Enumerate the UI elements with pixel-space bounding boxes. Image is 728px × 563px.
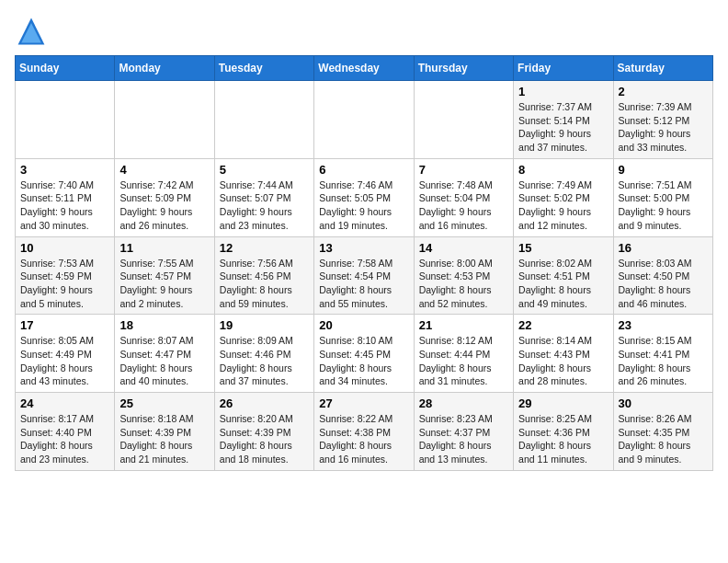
day-info: Sunrise: 8:26 AMSunset: 4:35 PMDaylight:… [619, 412, 708, 466]
calendar-cell: 10Sunrise: 7:53 AMSunset: 4:59 PMDayligh… [16, 236, 115, 315]
calendar-cell: 16Sunrise: 8:03 AMSunset: 4:50 PMDayligh… [613, 236, 712, 315]
calendar-cell [414, 81, 513, 159]
calendar-cell: 22Sunrise: 8:14 AMSunset: 4:43 PMDayligh… [514, 315, 613, 393]
day-info: Sunrise: 7:58 AMSunset: 4:54 PMDaylight:… [319, 257, 408, 311]
day-info: Sunrise: 7:48 AMSunset: 5:04 PMDaylight:… [419, 178, 508, 233]
day-number: 18 [119, 318, 209, 332]
calendar-cell: 5Sunrise: 7:44 AMSunset: 5:07 PMDaylight… [214, 158, 313, 236]
day-info: Sunrise: 8:23 AMSunset: 4:37 PMDaylight:… [419, 412, 508, 466]
calendar-week-row: 3Sunrise: 7:40 AMSunset: 5:11 PMDaylight… [16, 158, 713, 236]
day-number: 14 [419, 241, 508, 255]
day-number: 25 [119, 396, 209, 410]
calendar-week-row: 1Sunrise: 7:37 AMSunset: 5:14 PMDaylight… [16, 81, 713, 159]
day-number: 16 [619, 241, 708, 255]
calendar-cell: 17Sunrise: 8:05 AMSunset: 4:49 PMDayligh… [16, 315, 115, 393]
weekday-header: Sunday [16, 56, 115, 81]
calendar-cell: 20Sunrise: 8:10 AMSunset: 4:45 PMDayligh… [314, 315, 414, 393]
day-number: 21 [419, 318, 508, 332]
logo-icon [15, 15, 48, 48]
calendar-cell: 18Sunrise: 8:07 AMSunset: 4:47 PMDayligh… [115, 315, 214, 393]
day-info: Sunrise: 8:22 AMSunset: 4:38 PMDaylight:… [319, 412, 408, 466]
logo [15, 15, 51, 48]
day-number: 6 [319, 163, 408, 177]
day-info: Sunrise: 8:15 AMSunset: 4:41 PMDaylight:… [619, 334, 708, 388]
day-info: Sunrise: 7:44 AMSunset: 5:07 PMDaylight:… [220, 178, 309, 233]
day-number: 2 [619, 85, 708, 98]
calendar-cell: 23Sunrise: 8:15 AMSunset: 4:41 PMDayligh… [613, 315, 712, 393]
calendar-cell: 4Sunrise: 7:42 AMSunset: 5:09 PMDaylight… [115, 158, 214, 236]
day-info: Sunrise: 8:10 AMSunset: 4:45 PMDaylight:… [319, 334, 408, 388]
calendar-week-row: 17Sunrise: 8:05 AMSunset: 4:49 PMDayligh… [16, 315, 713, 393]
calendar-week-row: 10Sunrise: 7:53 AMSunset: 4:59 PMDayligh… [16, 236, 713, 315]
day-info: Sunrise: 7:46 AMSunset: 5:05 PMDaylight:… [319, 178, 408, 233]
day-info: Sunrise: 8:25 AMSunset: 4:36 PMDaylight:… [518, 412, 608, 466]
calendar-cell: 7Sunrise: 7:48 AMSunset: 5:04 PMDaylight… [414, 158, 513, 236]
weekday-header-row: SundayMondayTuesdayWednesdayThursdayFrid… [16, 56, 713, 81]
day-number: 15 [518, 241, 608, 255]
weekday-header: Tuesday [214, 56, 313, 81]
day-number: 9 [619, 163, 708, 177]
calendar-cell: 28Sunrise: 8:23 AMSunset: 4:37 PMDayligh… [414, 393, 513, 471]
day-info: Sunrise: 8:14 AMSunset: 4:43 PMDaylight:… [518, 334, 608, 388]
day-number: 10 [20, 241, 109, 255]
calendar-week-row: 24Sunrise: 8:17 AMSunset: 4:40 PMDayligh… [16, 393, 713, 471]
day-number: 12 [220, 241, 309, 255]
day-info: Sunrise: 8:09 AMSunset: 4:46 PMDaylight:… [220, 334, 309, 388]
calendar-cell: 14Sunrise: 8:00 AMSunset: 4:53 PMDayligh… [414, 236, 513, 315]
day-number: 17 [20, 318, 109, 332]
day-number: 20 [319, 318, 408, 332]
day-info: Sunrise: 7:39 AMSunset: 5:12 PMDaylight:… [619, 100, 708, 155]
weekday-header: Wednesday [314, 56, 414, 81]
day-number: 8 [518, 163, 608, 177]
calendar-cell: 19Sunrise: 8:09 AMSunset: 4:46 PMDayligh… [214, 315, 313, 393]
day-info: Sunrise: 7:42 AMSunset: 5:09 PMDaylight:… [119, 178, 209, 233]
calendar-cell: 12Sunrise: 7:56 AMSunset: 4:56 PMDayligh… [214, 236, 313, 315]
day-info: Sunrise: 8:18 AMSunset: 4:39 PMDaylight:… [119, 412, 209, 466]
calendar-cell: 13Sunrise: 7:58 AMSunset: 4:54 PMDayligh… [314, 236, 414, 315]
day-info: Sunrise: 8:07 AMSunset: 4:47 PMDaylight:… [119, 334, 209, 388]
day-number: 3 [20, 163, 109, 177]
day-info: Sunrise: 8:02 AMSunset: 4:51 PMDaylight:… [518, 257, 608, 311]
calendar-cell: 8Sunrise: 7:49 AMSunset: 5:02 PMDaylight… [514, 158, 613, 236]
header [15, 15, 713, 48]
calendar-cell: 30Sunrise: 8:26 AMSunset: 4:35 PMDayligh… [613, 393, 712, 471]
calendar-cell: 15Sunrise: 8:02 AMSunset: 4:51 PMDayligh… [514, 236, 613, 315]
calendar-cell [314, 81, 414, 159]
day-info: Sunrise: 8:00 AMSunset: 4:53 PMDaylight:… [419, 257, 508, 311]
day-number: 19 [220, 318, 309, 332]
calendar-cell: 1Sunrise: 7:37 AMSunset: 5:14 PMDaylight… [514, 81, 613, 159]
day-number: 29 [518, 396, 608, 410]
weekday-header: Monday [115, 56, 214, 81]
calendar-cell: 3Sunrise: 7:40 AMSunset: 5:11 PMDaylight… [16, 158, 115, 236]
calendar-cell [115, 81, 214, 159]
day-info: Sunrise: 7:37 AMSunset: 5:14 PMDaylight:… [518, 100, 608, 155]
day-number: 26 [220, 396, 309, 410]
day-info: Sunrise: 7:49 AMSunset: 5:02 PMDaylight:… [518, 178, 608, 233]
day-number: 23 [619, 318, 708, 332]
day-info: Sunrise: 8:05 AMSunset: 4:49 PMDaylight:… [20, 334, 109, 388]
day-number: 24 [20, 396, 109, 410]
day-info: Sunrise: 7:40 AMSunset: 5:11 PMDaylight:… [20, 178, 109, 233]
weekday-header: Friday [514, 56, 613, 81]
calendar-cell: 9Sunrise: 7:51 AMSunset: 5:00 PMDaylight… [613, 158, 712, 236]
day-number: 30 [619, 396, 708, 410]
day-number: 28 [419, 396, 508, 410]
day-number: 5 [220, 163, 309, 177]
day-info: Sunrise: 7:53 AMSunset: 4:59 PMDaylight:… [20, 257, 109, 311]
day-info: Sunrise: 8:03 AMSunset: 4:50 PMDaylight:… [619, 257, 708, 311]
weekday-header: Saturday [613, 56, 712, 81]
calendar: SundayMondayTuesdayWednesdayThursdayFrid… [15, 55, 713, 471]
calendar-cell [214, 81, 313, 159]
day-number: 4 [119, 163, 209, 177]
calendar-cell: 21Sunrise: 8:12 AMSunset: 4:44 PMDayligh… [414, 315, 513, 393]
calendar-cell: 6Sunrise: 7:46 AMSunset: 5:05 PMDaylight… [314, 158, 414, 236]
day-number: 7 [419, 163, 508, 177]
calendar-cell: 29Sunrise: 8:25 AMSunset: 4:36 PMDayligh… [514, 393, 613, 471]
calendar-cell [16, 81, 115, 159]
weekday-header: Thursday [414, 56, 513, 81]
day-number: 27 [319, 396, 408, 410]
day-info: Sunrise: 8:12 AMSunset: 4:44 PMDaylight:… [419, 334, 508, 388]
day-number: 22 [518, 318, 608, 332]
calendar-cell: 24Sunrise: 8:17 AMSunset: 4:40 PMDayligh… [16, 393, 115, 471]
calendar-cell: 2Sunrise: 7:39 AMSunset: 5:12 PMDaylight… [613, 81, 712, 159]
